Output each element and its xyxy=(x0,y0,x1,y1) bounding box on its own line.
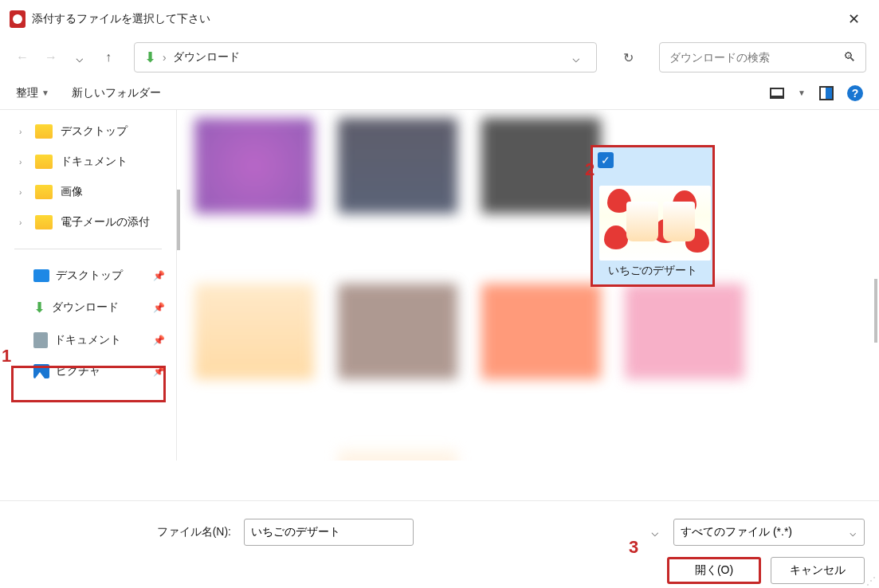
thumbnail-image xyxy=(599,186,711,261)
open-button[interactable]: 開く(O) xyxy=(667,557,761,584)
new-folder-button[interactable]: 新しいフォルダー xyxy=(72,86,161,100)
quick-documents[interactable]: ドキュメント 📌 xyxy=(0,324,176,356)
new-folder-label: 新しいフォルダー xyxy=(72,86,161,100)
tree-label: 電子メールの添付 xyxy=(61,215,150,229)
breadcrumb-separator: › xyxy=(163,51,167,64)
toolbar: 整理 ▼ 新しいフォルダー ▼ ? xyxy=(0,76,879,110)
pin-icon: 📌 xyxy=(153,270,165,281)
title-bar: 添付するファイルを選択して下さい ✕ xyxy=(0,0,879,38)
scrollbar[interactable] xyxy=(874,279,877,343)
file-thumbnail[interactable] xyxy=(481,284,601,427)
filename-label: ファイル名(N): xyxy=(14,525,237,539)
sidebar-divider xyxy=(14,249,162,249)
chevron-right-icon: › xyxy=(19,188,29,197)
download-icon: ⬇ xyxy=(33,299,45,316)
organize-label: 整理 xyxy=(16,86,38,100)
main-area: › デスクトップ › ドキュメント › 画像 › 電子メールの添付 デスクトップ… xyxy=(0,110,879,461)
annotation-number: 1 xyxy=(2,346,11,367)
navigation-bar: ← → ⌵ ↑ ⬇ › ダウンロード ⌵ ↻ 🔍︎ xyxy=(0,38,879,76)
refresh-button[interactable]: ↻ xyxy=(613,42,643,73)
chevron-right-icon: › xyxy=(19,158,29,167)
folder-icon xyxy=(35,215,53,229)
address-bar[interactable]: ⬇ › ダウンロード ⌵ xyxy=(134,42,597,73)
quick-pictures[interactable]: ピクチャ 📌 xyxy=(0,356,176,386)
organize-menu[interactable]: 整理 ▼ xyxy=(16,86,49,100)
tree-label: ドキュメント xyxy=(61,155,128,169)
folder-icon xyxy=(35,155,53,169)
filename-dropdown[interactable]: ⌵ xyxy=(651,524,659,539)
file-thumbnail[interactable] xyxy=(481,118,601,261)
download-folder-icon: ⬇ xyxy=(144,49,156,66)
tree-label: 画像 xyxy=(61,185,83,199)
file-thumbnail[interactable] xyxy=(338,118,457,261)
help-button[interactable]: ? xyxy=(847,85,863,101)
quick-label: ダウンロード xyxy=(52,300,119,315)
tree-item-pictures[interactable]: › 画像 xyxy=(0,177,176,207)
pin-icon: 📌 xyxy=(153,366,165,377)
chevron-right-icon: › xyxy=(19,127,29,136)
resize-grip[interactable]: ⋰ xyxy=(866,575,876,586)
app-icon xyxy=(10,10,26,28)
filter-text: すべてのファイル (*.*) xyxy=(681,525,792,539)
picture-icon xyxy=(33,364,49,378)
file-type-filter[interactable]: すべてのファイル (*.*) xyxy=(673,519,865,546)
view-mode-button[interactable] xyxy=(767,84,787,103)
file-thumbnail[interactable] xyxy=(625,284,744,427)
annotation-number: 3 xyxy=(629,537,638,558)
quick-label: デスクトップ xyxy=(56,269,123,283)
address-dropdown[interactable]: ⌵ xyxy=(566,50,587,65)
back-button[interactable]: ← xyxy=(13,48,32,67)
desktop-icon xyxy=(33,269,49,282)
search-input[interactable] xyxy=(669,51,843,64)
breadcrumb-text[interactable]: ダウンロード xyxy=(173,50,559,65)
file-thumbnail[interactable] xyxy=(338,449,457,461)
file-thumbnail[interactable] xyxy=(194,118,314,261)
folder-icon xyxy=(35,185,53,199)
chevron-down-icon: ▼ xyxy=(41,88,49,97)
tree-item-documents[interactable]: › ドキュメント xyxy=(0,147,176,177)
tree-item-attachments[interactable]: › 電子メールの添付 xyxy=(0,207,176,237)
cancel-button[interactable]: キャンセル xyxy=(771,557,865,584)
quick-label: ピクチャ xyxy=(56,364,100,378)
search-box[interactable]: 🔍︎ xyxy=(659,42,866,73)
bottom-bar: ファイル名(N): ⌵ すべてのファイル (*.*) 開く(O) キャンセル ⋰ xyxy=(0,500,879,588)
selection-checkbox[interactable]: ✓ xyxy=(598,152,614,168)
close-button[interactable]: ✕ xyxy=(842,7,866,31)
scrollbar[interactable] xyxy=(177,190,180,250)
annotation-number: 2 xyxy=(585,159,595,180)
folder-icon xyxy=(35,124,53,139)
file-thumbnail[interactable] xyxy=(338,284,457,427)
history-dropdown[interactable]: ⌵ xyxy=(70,48,89,67)
filename-input[interactable] xyxy=(244,519,414,546)
quick-desktop[interactable]: デスクトップ 📌 xyxy=(0,261,176,291)
document-icon xyxy=(33,332,48,348)
selected-file-thumbnail[interactable]: ✓ いちごのデザート xyxy=(591,145,715,287)
sidebar: › デスクトップ › ドキュメント › 画像 › 電子メールの添付 デスクトップ… xyxy=(0,110,177,461)
view-dropdown[interactable]: ▼ xyxy=(798,88,806,97)
pin-icon: 📌 xyxy=(153,302,165,313)
up-button[interactable]: ↑ xyxy=(99,48,118,67)
file-thumbnail[interactable] xyxy=(194,284,314,427)
pin-icon: 📌 xyxy=(153,335,165,346)
forward-button[interactable]: → xyxy=(41,48,61,67)
tree-item-desktop[interactable]: › デスクトップ xyxy=(0,116,176,147)
quick-downloads[interactable]: ⬇ ダウンロード 📌 xyxy=(0,291,176,324)
thumbnail-label: いちごのデザート xyxy=(593,264,712,278)
chevron-right-icon: › xyxy=(19,218,29,227)
preview-pane-button[interactable] xyxy=(817,84,836,103)
file-grid[interactable]: ✓ いちごのデザート xyxy=(177,110,879,461)
tree-label: デスクトップ xyxy=(61,124,128,139)
search-icon[interactable]: 🔍︎ xyxy=(843,50,856,65)
window-title: 添付するファイルを選択して下さい xyxy=(32,12,210,26)
quick-label: ドキュメント xyxy=(54,333,121,347)
